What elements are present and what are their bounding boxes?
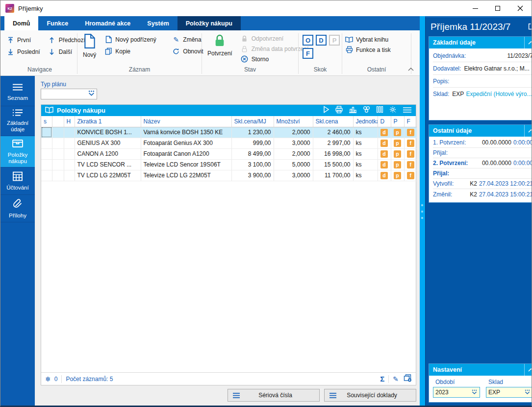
period-select[interactable]: 2023 (433, 387, 480, 398)
refresh-button[interactable]: Obnovit (169, 46, 206, 57)
grid-toolbar (323, 106, 412, 116)
col-header-empty[interactable] (52, 116, 64, 127)
functions-print-button[interactable]: Funkce a tisk (342, 45, 394, 55)
table-row[interactable]: TV LCD LG 22M05T Televize LCD LG 22M05T … (41, 170, 417, 181)
col-header-jednotka[interactable]: Jednotka (353, 116, 378, 127)
open-in-window-icon[interactable] (528, 22, 532, 32)
sidebar-item-polozky-nakupu[interactable]: Položky nákupu (0, 136, 35, 168)
print-icon[interactable] (335, 106, 343, 116)
col-header-d[interactable]: D (378, 116, 391, 127)
plan-type-select[interactable] (41, 89, 97, 99)
close-button[interactable] (509, 0, 532, 16)
tab-funkce[interactable]: Funkce (38, 16, 76, 30)
table-row[interactable]: CANON A 1200 Fotoaparát Canon A1200 8 49… (41, 148, 417, 159)
minimize-icon (473, 8, 478, 9)
window-title: Příjemky (18, 5, 43, 12)
sidebar-item-label: Položky nákupu (1, 152, 34, 165)
col-header-skl-cena-mj[interactable]: Skl.cena/MJ (231, 116, 274, 127)
sum-icon[interactable]: Σ (380, 375, 384, 383)
f-flag-badge[interactable]: f (407, 161, 414, 168)
col-header-nazev[interactable]: Název (141, 116, 231, 127)
sidebar-item-zakladni-udaje[interactable]: Základní údaje (0, 106, 35, 136)
grid-footer: ❄ 0 Počet záznamů: 5 Σ ✎ (41, 372, 416, 385)
jump-d-button[interactable]: D (316, 35, 327, 46)
columns-icon[interactable] (376, 106, 383, 115)
menu-lines-icon (12, 83, 24, 93)
confirm-button[interactable]: Potvrzení (202, 32, 238, 57)
col-header-f[interactable]: F (404, 116, 417, 127)
collapse-section-button[interactable] (524, 364, 532, 376)
last-record-button[interactable]: Poslední (3, 46, 43, 57)
new-record-button[interactable]: Nový (77, 32, 101, 58)
cluster-icon[interactable] (362, 106, 371, 115)
snowflake-icon[interactable]: ❄ (45, 375, 51, 383)
d-flag-badge[interactable]: d (380, 140, 388, 147)
table-row[interactable]: TV LCD SENCOR ... Televize LCD Sencor 19… (41, 159, 417, 170)
first-record-button[interactable]: První (3, 34, 43, 46)
table-row[interactable]: GENIUS AX 300 Fotoaparát Genius AX 300 9… (41, 138, 417, 148)
col-header-zkratka[interactable]: Zkratka 1 (75, 116, 141, 127)
jump-p-button: P (329, 35, 340, 46)
copy-button[interactable]: Kopie (101, 46, 169, 57)
edit-icon[interactable]: ✎ (393, 375, 399, 383)
d-flag-badge[interactable]: d (380, 129, 388, 136)
p-flag-badge[interactable]: p (394, 129, 401, 136)
tab-domu[interactable]: Domů (4, 16, 38, 30)
arrow-to-top-icon (6, 36, 14, 44)
warehouse-select[interactable]: EXP (486, 387, 532, 398)
select-book-button[interactable]: Vybrat knihu (342, 34, 394, 45)
grid-menu-icon[interactable] (403, 106, 412, 115)
sidebar-item-prilohy[interactable]: Přílohy (0, 195, 35, 222)
tab-system[interactable]: Systém (139, 16, 177, 30)
ribbon-group-ostatni: Vybrat knihu Funkce a tisk Ostatní (342, 30, 411, 75)
run-icon[interactable] (323, 106, 329, 115)
new-child-button[interactable]: Nový podřízený (101, 34, 169, 45)
p-flag-badge[interactable]: p (394, 161, 401, 168)
change-button[interactable]: ✎ Změna (169, 34, 206, 45)
ribbon-group-zaznam: Nový Nový podřízený Kopie (77, 30, 202, 75)
related-documents-button[interactable]: Související doklady (324, 389, 416, 402)
section-title: Nastavení (433, 366, 462, 373)
field-row-objednavka: Objednávka: 11/2023/7 (433, 49, 532, 62)
f-flag-badge[interactable]: f (407, 140, 414, 147)
chart-icon[interactable] (349, 106, 357, 115)
col-header-p[interactable]: P (391, 116, 404, 127)
chevron-up-icon (528, 41, 532, 45)
d-flag-badge[interactable]: d (380, 161, 388, 168)
f-flag-badge[interactable]: f (407, 172, 414, 179)
cell-zkratka: CANON A 1200 (75, 148, 141, 159)
frozen-count: 0 (54, 376, 58, 383)
sidebar-item-uctovani[interactable]: Účtování (0, 168, 35, 195)
d-flag-badge[interactable]: d (380, 150, 388, 158)
p-flag-badge[interactable]: p (394, 150, 401, 158)
col-header-skl-cena[interactable]: Skl.cena (313, 116, 353, 127)
sidebar-item-seznam[interactable]: Seznam (0, 79, 35, 106)
minimize-button[interactable] (464, 0, 486, 16)
jump-f-button[interactable]: F (303, 48, 313, 59)
tab-polozky-nakupu[interactable]: Položky nákupu (177, 16, 241, 30)
p-flag-badge[interactable]: p (394, 140, 401, 147)
small-document-icon (104, 36, 112, 44)
col-header-h[interactable]: H (64, 116, 75, 127)
pencil-icon: ✎ (172, 36, 180, 44)
table-row[interactable]: KONVICE BOSH 1... Varná konvice BOSH 135… (41, 127, 417, 138)
settings-gear-icon[interactable] (389, 106, 397, 116)
field-row-prijal-1: Přijal: (433, 148, 532, 158)
p-flag-badge[interactable]: p (394, 172, 401, 179)
maximize-button[interactable] (486, 0, 509, 16)
jump-o-button[interactable]: O (303, 35, 313, 46)
serial-numbers-button[interactable]: Sériová čísla (228, 389, 320, 402)
collapse-section-button[interactable] (524, 125, 532, 137)
panel-splitter[interactable] (420, 16, 425, 406)
tab-hromadne-akce[interactable]: Hromadné akce (76, 16, 139, 30)
f-flag-badge[interactable]: f (407, 150, 414, 158)
col-header-s[interactable]: s (41, 116, 52, 127)
add-document-icon[interactable] (404, 374, 412, 383)
collapse-ribbon-button[interactable] (408, 64, 414, 73)
f-flag-badge[interactable]: f (407, 129, 414, 136)
d-flag-badge[interactable]: d (380, 172, 388, 179)
change-label: Změna (183, 36, 201, 43)
col-header-mnozstvi[interactable]: Množství (274, 116, 313, 127)
collapse-section-button[interactable] (524, 37, 532, 48)
grid-titlebar: Položky nákupu (41, 105, 416, 116)
